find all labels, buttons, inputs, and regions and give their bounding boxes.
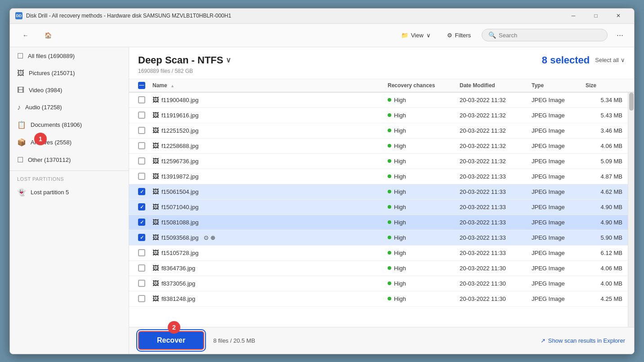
row-checkbox[interactable] bbox=[138, 157, 145, 165]
sidebar-item-archives[interactable]: 📦 Archives (2558) bbox=[10, 134, 129, 151]
sidebar-item-documents[interactable]: 📋 Documents (81906) bbox=[10, 116, 129, 134]
recovery-dot bbox=[388, 282, 391, 285]
row-checkbox-cell[interactable] bbox=[133, 234, 151, 241]
table-row[interactable]: 🖼 f15061504.jpg High 20-03-2022 11:33 JP… bbox=[129, 184, 628, 200]
audio-icon: ♪ bbox=[17, 103, 21, 112]
row-checkbox-cell[interactable] bbox=[133, 96, 151, 103]
table-row[interactable]: 🖼 f8364736.jpg High 20-03-2022 11:30 JPE… bbox=[129, 261, 628, 276]
scrollbar-thumb[interactable] bbox=[629, 93, 634, 111]
scan-title-text: Deep Scan - NTFS bbox=[138, 54, 223, 66]
file-icon: 🖼 bbox=[152, 96, 159, 103]
table-row[interactable]: 🖼 f11900480.jpg High 20-03-2022 11:32 JP… bbox=[129, 93, 628, 108]
row-checkbox[interactable] bbox=[138, 280, 145, 287]
date-cell: 20-03-2022 11:30 bbox=[458, 280, 530, 287]
row-checkbox-cell[interactable] bbox=[133, 173, 151, 180]
row-checkbox-cell[interactable] bbox=[133, 127, 151, 134]
row-checkbox[interactable] bbox=[138, 96, 145, 103]
table-row[interactable]: 🖼 f15093568.jpg ⊙ ⊕ High 20-03-2022 11:3… bbox=[129, 230, 628, 246]
row-action-icons[interactable]: ⊙ ⊕ bbox=[204, 234, 215, 241]
row-checkbox[interactable] bbox=[138, 234, 145, 241]
more-options-button[interactable]: ··· bbox=[613, 29, 627, 42]
recover-button[interactable]: Recover bbox=[138, 331, 204, 350]
table-row[interactable]: 🖼 f12258688.jpg High 20-03-2022 11:32 JP… bbox=[129, 139, 628, 154]
view-button[interactable]: 📁 View ∨ bbox=[396, 29, 436, 41]
row-checkbox-cell[interactable] bbox=[133, 203, 151, 210]
file-icon: 🖼 bbox=[152, 234, 159, 241]
sidebar-item-audio[interactable]: ♪ Audio (17258) bbox=[10, 99, 129, 116]
scrollbar-track[interactable] bbox=[628, 93, 634, 327]
table-row[interactable]: 🖼 f11919616.jpg High 20-03-2022 11:32 JP… bbox=[129, 108, 628, 123]
row-checkbox-cell[interactable] bbox=[133, 157, 151, 165]
file-name-cell: 🖼 f15061504.jpg bbox=[151, 188, 386, 195]
recovery-label: High bbox=[394, 97, 406, 103]
type-cell: JPEG Image bbox=[530, 219, 584, 226]
select-all-button[interactable]: Select all ∨ bbox=[595, 57, 625, 63]
row-checkbox-cell[interactable] bbox=[133, 280, 151, 287]
sidebar-item-pictures[interactable]: 🖼 Pictures (215071) bbox=[10, 65, 129, 82]
row-checkbox-cell[interactable] bbox=[133, 142, 151, 149]
filters-button[interactable]: ⚙ Filters bbox=[442, 29, 476, 41]
table-row[interactable]: 🖼 f8381248.jpg High 20-03-2022 11:30 JPE… bbox=[129, 291, 628, 307]
table-row[interactable]: 🖼 f12596736.jpg High 20-03-2022 11:32 JP… bbox=[129, 154, 628, 169]
sidebar-item-other[interactable]: ☐ Other (1370112) bbox=[10, 151, 129, 169]
close-button[interactable]: ✕ bbox=[608, 8, 629, 23]
row-checkbox[interactable] bbox=[138, 295, 145, 302]
row-checkbox-cell[interactable] bbox=[133, 295, 151, 302]
date-cell: 20-03-2022 11:33 bbox=[458, 188, 530, 195]
table-row[interactable]: 🖼 f15071040.jpg High 20-03-2022 11:33 JP… bbox=[129, 200, 628, 215]
row-checkbox[interactable] bbox=[138, 264, 145, 272]
row-checkbox[interactable] bbox=[138, 219, 145, 226]
maximize-button[interactable]: □ bbox=[586, 8, 606, 23]
table-row[interactable]: 🖼 f15105728.jpg High 20-03-2022 11:33 JP… bbox=[129, 246, 628, 261]
date-cell: 20-03-2022 11:32 bbox=[458, 112, 530, 119]
row-checkbox[interactable] bbox=[138, 203, 145, 210]
all-files-icon: ☐ bbox=[17, 52, 23, 60]
date-cell: 20-03-2022 11:32 bbox=[458, 97, 530, 103]
recovery-dot bbox=[388, 129, 391, 132]
file-name: f11919616.jpg bbox=[161, 112, 198, 119]
date-cell: 20-03-2022 11:32 bbox=[458, 143, 530, 149]
row-checkbox[interactable] bbox=[138, 249, 145, 256]
table-row[interactable]: 🖼 f12251520.jpg High 20-03-2022 11:32 JP… bbox=[129, 123, 628, 139]
header-right: 8 selected Select all ∨ bbox=[542, 54, 625, 66]
back-button[interactable]: ← bbox=[17, 29, 34, 41]
type-cell: JPEG Image bbox=[530, 265, 584, 272]
archives-icon: 📦 bbox=[17, 138, 26, 147]
search-box[interactable]: 🔍 bbox=[482, 29, 608, 41]
file-name: f8381248.jpg bbox=[161, 295, 195, 302]
row-checkbox[interactable] bbox=[138, 142, 145, 149]
select-all-checkbox[interactable] bbox=[138, 82, 145, 89]
table-header: Name ▲ Recovery chances Date Modified Ty… bbox=[129, 79, 634, 93]
file-count-label: 1690889 files / 582 GB bbox=[138, 68, 625, 74]
search-input[interactable] bbox=[499, 32, 601, 39]
sidebar-item-lost-partition-5[interactable]: 👻 Lost partition 5 bbox=[10, 183, 129, 201]
sidebar-item-all-files[interactable]: ☐ All files (1690889) bbox=[10, 47, 129, 65]
size-cell: 4.00 MB bbox=[584, 280, 624, 287]
content-area: Deep Scan - NTFS ∨ 8 selected Select all… bbox=[129, 47, 634, 354]
header-checkbox-cell[interactable] bbox=[133, 82, 151, 89]
row-checkbox[interactable] bbox=[138, 188, 145, 195]
table-row[interactable]: 🖼 f15081088.jpg High 20-03-2022 11:33 JP… bbox=[129, 215, 628, 230]
table-row[interactable]: 🖼 f8373056.jpg High 20-03-2022 11:30 JPE… bbox=[129, 276, 628, 291]
row-checkbox-cell[interactable] bbox=[133, 188, 151, 195]
file-name: f13919872.jpg bbox=[161, 173, 198, 180]
row-checkbox[interactable] bbox=[138, 173, 145, 180]
row-checkbox-cell[interactable] bbox=[133, 219, 151, 226]
minimize-button[interactable]: ─ bbox=[563, 8, 584, 23]
table-row[interactable]: 🖼 f13919872.jpg High 20-03-2022 11:33 JP… bbox=[129, 169, 628, 184]
sidebar-item-video[interactable]: 🎞 Video (3984) bbox=[10, 82, 129, 99]
home-button[interactable]: 🏠 bbox=[39, 29, 57, 41]
toolbar: ← 🏠 📁 View ∨ ⚙ Filters 🔍 ··· bbox=[10, 24, 634, 47]
recovery-cell: High bbox=[386, 265, 458, 272]
file-icon: 🖼 bbox=[152, 173, 159, 180]
row-checkbox-cell[interactable] bbox=[133, 264, 151, 272]
row-checkbox-cell[interactable] bbox=[133, 112, 151, 119]
row-checkbox[interactable] bbox=[138, 112, 145, 119]
show-explorer-link[interactable]: ↗ Show scan results in Explorer bbox=[541, 337, 625, 344]
scan-dropdown-icon[interactable]: ∨ bbox=[226, 56, 231, 64]
row-checkbox-cell[interactable] bbox=[133, 249, 151, 256]
filters-label: Filters bbox=[455, 32, 471, 39]
row-checkbox[interactable] bbox=[138, 127, 145, 134]
size-cell: 5.34 MB bbox=[584, 97, 624, 103]
recovery-label: High bbox=[394, 250, 406, 256]
